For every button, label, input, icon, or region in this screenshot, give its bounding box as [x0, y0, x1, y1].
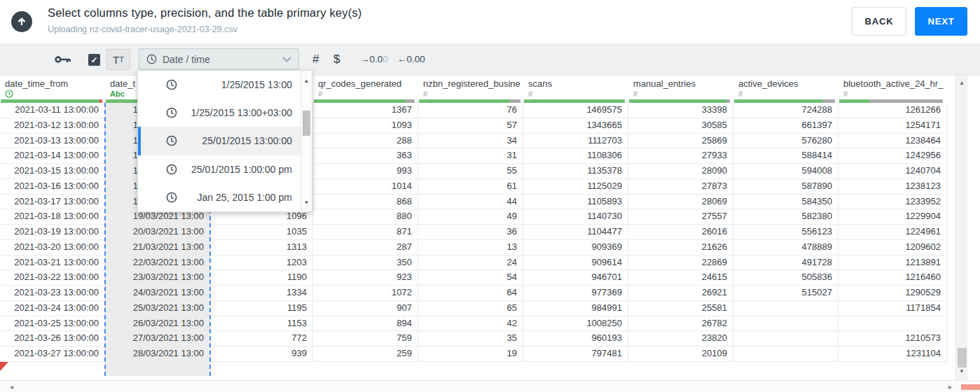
table-cell: 2021-03-15 13:00:00 — [0, 164, 105, 178]
horizontal-scroll-thumb[interactable] — [961, 384, 980, 390]
table-cell: 64 — [418, 286, 523, 300]
next-button[interactable]: NEXT — [915, 7, 967, 36]
table-cell: 923 — [313, 270, 418, 285]
column-header[interactable]: active_devices# — [733, 76, 838, 103]
scroll-up-icon[interactable]: ▲ — [301, 78, 312, 84]
column-type-select[interactable]: Date / time — [139, 48, 299, 70]
table-cell: 1240704 — [838, 164, 947, 178]
table-cell: 2021-03-19 13:00:00 — [0, 225, 105, 239]
table-cell: 2021-03-27 13:00:00 — [0, 346, 105, 361]
dropdown-option[interactable]: 1/25/2015 13:00+03:00 — [138, 99, 301, 127]
page-subtitle: Uploading nz-covid-tracer-usage-2021-03-… — [48, 24, 237, 34]
table-cell: 960193 — [523, 331, 628, 346]
column-type-indicator: # — [843, 90, 947, 99]
dropdown-scrollbar[interactable]: ▲ ▼ — [301, 71, 312, 211]
table-cell: 576280 — [733, 134, 838, 148]
table-cell: 42 — [418, 316, 523, 331]
dropdown-option[interactable]: Jan 25, 2015 1:00 pm — [138, 183, 301, 211]
table-cell: 26016 — [628, 225, 733, 239]
dropdown-option[interactable]: 25/01/2015 13:00:00 — [138, 127, 301, 155]
dropdown-option[interactable]: 1/25/2015 13:00 — [138, 71, 301, 99]
scroll-down-icon[interactable]: ▼ — [956, 368, 967, 374]
column-header[interactable]: date_time_from — [0, 76, 105, 103]
table-cell: 55 — [418, 164, 523, 178]
clock-icon — [166, 79, 177, 90]
table-cell: 772 — [210, 331, 313, 346]
table-cell: 1313 — [210, 240, 313, 255]
table-cell: 1254171 — [838, 118, 947, 133]
table-cell: 1035 — [210, 225, 313, 239]
table-cell: 2021-03-20 13:00:00 — [0, 240, 105, 255]
table-cell: 24 — [418, 255, 523, 270]
table-cell: 54 — [418, 270, 523, 285]
table-cell: 505836 — [733, 270, 838, 285]
table-cell: 977369 — [523, 286, 628, 300]
column-header[interactable]: bluetooth_active_24_hr_# — [838, 76, 947, 103]
table-cell: 287 — [313, 240, 418, 255]
number-type-button[interactable]: # — [312, 52, 319, 66]
table-cell: 1140730 — [523, 209, 628, 224]
column-header[interactable]: qr_codes_generated# — [313, 76, 418, 103]
clock-icon — [166, 192, 177, 203]
table-cell: 1238123 — [838, 179, 947, 194]
vertical-scrollbar[interactable]: ▲ ▼ — [955, 76, 967, 380]
dropdown-option[interactable]: 25/01/2015 1:00:00 pm — [138, 155, 301, 183]
table-cell: 1343665 — [523, 118, 628, 133]
table-cell: 19 — [418, 346, 523, 361]
table-cell: 350 — [313, 255, 418, 270]
table-cell: 1112703 — [523, 134, 628, 148]
currency-type-button[interactable]: $ — [333, 52, 340, 66]
error-marker — [0, 362, 8, 371]
table-cell: 27873 — [628, 179, 733, 194]
column-name: manual_entries — [633, 78, 733, 89]
text-type-button[interactable]: TT — [106, 49, 130, 70]
scroll-left-icon[interactable]: ◄ — [8, 384, 15, 391]
table-cell: 36 — [418, 225, 523, 239]
table-cell: 2021-03-21 13:00:00 — [0, 255, 105, 270]
table-cell: 1233952 — [838, 195, 947, 209]
table-cell: 661397 — [733, 118, 838, 133]
table-cell: 30585 — [628, 118, 733, 133]
table-cell: 28/03/2021 13:00 — [105, 346, 210, 361]
table-cell: 1242956 — [838, 148, 947, 163]
column-type-indicator: # — [318, 90, 418, 99]
vertical-scroll-thumb[interactable] — [958, 348, 967, 368]
scroll-right-icon[interactable]: ► — [947, 384, 953, 391]
table-row: 2021-03-20 13:00:0021/03/2021 13:0013132… — [0, 240, 947, 255]
column-header[interactable]: scans# — [523, 76, 628, 103]
dropdown-option-label: Jan 25, 2015 1:00 pm — [177, 192, 301, 203]
table-cell: 1171854 — [838, 301, 947, 316]
clock-icon — [166, 135, 177, 146]
table-cell: 868 — [313, 195, 418, 209]
table-cell: 2021-03-22 13:00:00 — [0, 270, 105, 285]
table-cell: 76 — [418, 103, 523, 118]
scroll-up-icon[interactable]: ▲ — [956, 80, 967, 86]
primary-key-icon[interactable] — [55, 55, 71, 64]
nullable-checkbox[interactable]: ✓ — [88, 54, 100, 66]
dropdown-scroll-thumb[interactable] — [303, 111, 310, 136]
table-cell: 2021-03-16 13:00:00 — [0, 179, 105, 194]
table-cell: 2021-03-23 13:00:00 — [0, 286, 105, 300]
column-header[interactable]: manual_entries# — [628, 76, 733, 103]
decrease-decimal-button[interactable]: ←0.00 — [397, 54, 425, 64]
table-cell — [733, 346, 838, 361]
column-header[interactable]: nzbn_registered_busine# — [418, 76, 523, 103]
table-cell: 491728 — [733, 255, 838, 270]
table-cell: 515027 — [733, 286, 838, 300]
table-cell: 61 — [418, 179, 523, 194]
back-button[interactable]: BACK — [852, 7, 906, 36]
dropdown-option-label: 25/01/2015 1:00:00 pm — [177, 164, 301, 175]
page-title: Select columns type, precision, and the … — [48, 6, 362, 20]
clock-icon — [166, 164, 177, 175]
horizontal-scrollbar[interactable]: ◄ ► — [0, 380, 980, 392]
increase-decimal-button[interactable]: →0.00 — [360, 54, 388, 64]
table-cell: 1014 — [313, 179, 418, 194]
table-cell: 946701 — [523, 270, 628, 285]
table-cell: 1213891 — [838, 255, 947, 270]
app-header: Select columns type, precision, and the … — [0, 0, 980, 43]
table-cell: 363 — [313, 148, 418, 163]
scroll-down-icon[interactable]: ▼ — [301, 200, 312, 206]
table-cell: 1334 — [210, 286, 313, 300]
column-name: active_devices — [738, 78, 838, 89]
table-cell: 288 — [313, 134, 418, 148]
